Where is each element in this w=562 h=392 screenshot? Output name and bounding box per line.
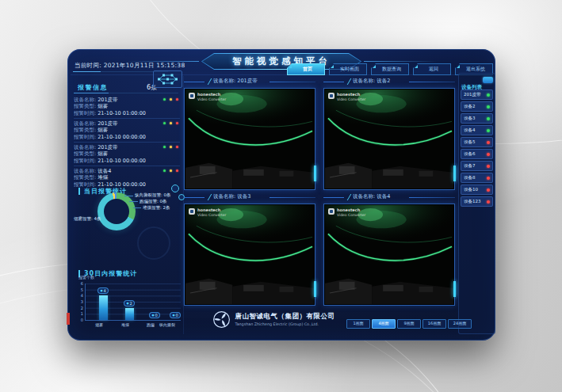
device-list-header: 设备列表 (461, 77, 492, 86)
video-feed[interactable]: honestech Video Converter (323, 204, 455, 306)
edge-accent (314, 281, 316, 297)
leader-line (133, 207, 141, 208)
field-value: 21-10-10 01:00:00 (97, 110, 146, 116)
video-cell-1[interactable]: 设备名称: 201皮带 honestech Video Converter (184, 76, 315, 190)
leader-line (124, 196, 133, 196)
alarm-list-item[interactable]: 设备名称:设备4 报警类型:堆煤 报警时间:21-10-10 00:00:00 (74, 166, 180, 188)
device-row[interactable]: 设备8 (461, 173, 493, 183)
device-row[interactable]: 设备4 (461, 125, 493, 135)
y-axis-tick: 3 (81, 300, 83, 304)
alarm-type-row: 报警类型:烟雾 (74, 127, 180, 133)
topology-icon (153, 70, 182, 88)
watermark-line2: Video Converter (197, 97, 226, 101)
field-label: 报警类型: (74, 103, 96, 109)
video-cell-title: 设备名称: 设备2 (347, 78, 390, 85)
device-row[interactable]: 设备10 (461, 185, 493, 195)
bar (125, 308, 134, 320)
donut-label-tear: 纵向撕裂报警: 0条 (135, 192, 171, 198)
y-axis-label: 报警个数 (78, 275, 94, 280)
watermark-logo-icon (328, 208, 335, 215)
device-list-action-button[interactable] (483, 77, 493, 83)
alarm-type-row: 报警类型:烟雾 (74, 103, 180, 109)
alarm-list-item[interactable]: 设备名称:201皮带 报警类型:烟雾 报警时间:21-10-10 00:00:0… (74, 119, 180, 143)
device-row[interactable]: 设备2 (461, 101, 493, 112)
y-axis-tick: 0 (81, 318, 83, 322)
video-scene (185, 205, 314, 304)
view-button-4[interactable]: 4画面 (372, 319, 396, 329)
leader-line (129, 201, 138, 202)
video-feed[interactable]: honestech Video Converter (323, 88, 455, 190)
device-status-dot (487, 117, 490, 120)
alarm-time-row: 报警时间:21-10-10 00:00:00 (74, 134, 180, 140)
field-value: 烟雾 (97, 127, 108, 133)
view-button-9[interactable]: 9画面 (397, 319, 421, 329)
watermark-line2: Video Converter (197, 213, 226, 217)
watermark-logo-icon (328, 93, 335, 99)
device-status-dot (487, 129, 490, 132)
field-value: 201皮带 (97, 144, 117, 150)
field-value: 烟雾 (97, 103, 108, 109)
device-name: 201皮带 (464, 92, 481, 97)
video-cell-3[interactable]: 设备名称: 设备3 honestech Video Converter (184, 192, 315, 306)
edge-accent (314, 166, 316, 181)
device-name: 设备3 (464, 116, 476, 121)
nav-button-home[interactable]: 首页 (287, 63, 325, 75)
device-status-dot (487, 153, 490, 156)
company-logo (212, 310, 231, 329)
company-name-en: Tangshan Zhicheng Electric (Group) Co.,L… (235, 322, 335, 326)
alarm-time-row: 报警时间:21-10-10 00:00:00 (74, 181, 180, 188)
device-status-dot (487, 93, 490, 97)
device-name: 设备2 (464, 104, 476, 109)
bar (99, 295, 108, 320)
device-name: 设备5 (464, 139, 476, 145)
field-label: 报警类型: (74, 174, 96, 181)
x-axis-tick: 烟雾 (95, 322, 103, 327)
screen-split-buttons: 1画面 4画面 9画面 16画面 24画面 (346, 319, 472, 329)
divider (74, 93, 178, 93)
field-value: 堆煤 (97, 174, 108, 181)
watermark-line2: Video Converter (337, 97, 365, 101)
y-axis-tick: 1 (81, 312, 83, 316)
device-row[interactable]: 201皮带 (461, 89, 493, 100)
view-button-1[interactable]: 1画面 (346, 319, 370, 329)
y-axis-tick: 4 (81, 294, 83, 298)
device-list-title: 设备列表 (461, 84, 482, 90)
bar-group: 2 堆煤 (117, 300, 141, 320)
device-row[interactable]: 设备123 (461, 196, 493, 207)
field-label: 报警时间: (74, 158, 96, 164)
device-row[interactable]: 设备3 (461, 113, 493, 124)
video-feed[interactable]: honestech Video Converter (184, 204, 315, 306)
alarm-time-row: 报警时间:21-10-10 01:00:00 (74, 110, 180, 116)
nav-button-live[interactable]: 实时画面 (329, 63, 367, 75)
divider (126, 61, 199, 62)
watermark-logo-icon (189, 208, 195, 215)
x-axis-tick: 堆煤 (121, 322, 129, 327)
field-value: 201皮带 (97, 97, 117, 103)
view-button-16[interactable]: 16画面 (422, 319, 446, 329)
field-value: 21-10-10 00:00:00 (97, 181, 146, 188)
device-row[interactable]: 设备7 (461, 161, 493, 171)
video-cell-title: 设备名称: 设备4 (347, 193, 390, 200)
alarm-list-item[interactable]: 设备名称:201皮带 报警类型:烟雾 报警时间:21-10-10 00:00:0… (74, 143, 180, 166)
device-row[interactable]: 设备5 (461, 137, 493, 147)
video-cell-2[interactable]: 设备名称: 设备2 honestech Video Converter (323, 76, 455, 190)
watermark-line2: Video Converter (337, 213, 365, 217)
dashboard-panel: 当前时间: 2021年10月11日 15:15:38 智能视觉感知平台 首页 实… (67, 49, 495, 341)
view-button-24[interactable]: 24画面 (448, 319, 472, 329)
video-cell-4[interactable]: 设备名称: 设备4 honestech Video Converter (323, 192, 455, 306)
device-status-dot (487, 141, 490, 144)
y-axis-tick: 6 (81, 282, 83, 286)
video-feed[interactable]: honestech Video Converter (184, 88, 315, 190)
device-name: 设备6 (464, 151, 476, 157)
video-scene (325, 89, 453, 188)
nav-button-back[interactable]: 返回 (413, 63, 451, 75)
donut-label-smoke: 烟雾报警: 4条 (74, 216, 101, 222)
device-status-dot (487, 200, 490, 204)
field-value: 设备4 (97, 168, 111, 174)
nav-button-query[interactable]: 数据查询 (371, 63, 409, 75)
device-status-dot (487, 165, 490, 168)
alarm-type-row: 报警类型:堆煤 (74, 174, 180, 181)
alarm-type-row: 报警类型:烟雾 (74, 150, 180, 157)
alarm-list-item[interactable]: 设备名称:201皮带 报警类型:烟雾 报警时间:21-10-10 01:00:0… (74, 95, 180, 119)
device-row[interactable]: 设备6 (461, 149, 493, 159)
